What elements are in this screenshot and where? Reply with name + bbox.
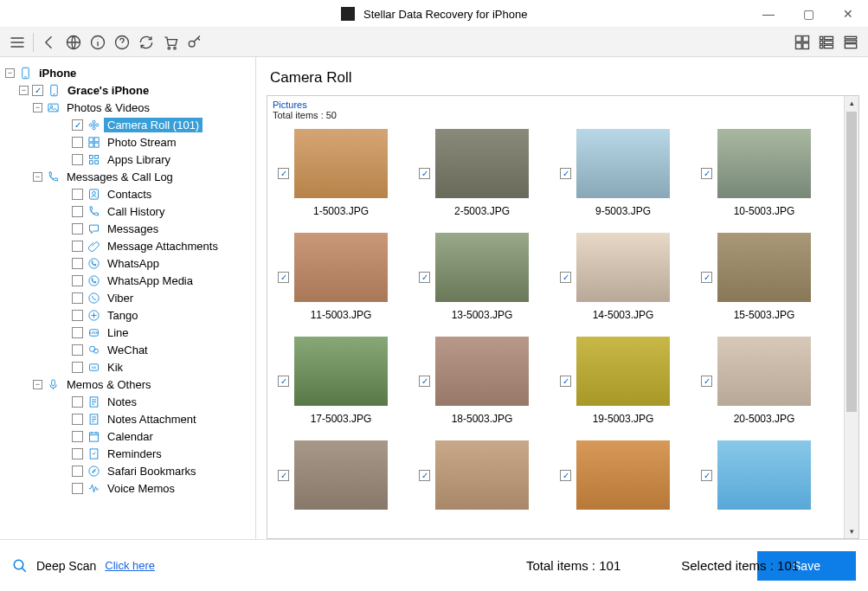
checkbox[interactable] — [72, 362, 83, 373]
file-checkbox[interactable] — [701, 470, 712, 481]
scroll-down-arrow[interactable]: ▾ — [845, 524, 858, 538]
file-cell[interactable]: 18-5003.JPG — [419, 337, 551, 425]
file-checkbox[interactable] — [419, 272, 430, 283]
thumbnail[interactable] — [717, 440, 811, 510]
thumbnail[interactable] — [294, 337, 388, 406]
file-cell[interactable]: 9-5003.JPG — [560, 129, 692, 217]
info-icon[interactable] — [86, 30, 110, 55]
tree-item[interactable]: Voice Memos — [3, 479, 252, 497]
thumbnail[interactable] — [294, 440, 388, 510]
expand-toggle[interactable]: − — [19, 86, 29, 95]
file-cell[interactable]: 19-5003.JPG — [560, 337, 692, 425]
checkbox[interactable] — [72, 431, 83, 442]
file-checkbox[interactable] — [701, 272, 712, 283]
tree-item[interactable]: Reminders — [3, 445, 252, 462]
file-cell[interactable]: 10-5003.JPG — [701, 129, 833, 217]
file-checkbox[interactable] — [419, 470, 430, 481]
file-checkbox[interactable] — [560, 272, 571, 283]
checkbox[interactable] — [72, 344, 83, 356]
checkbox[interactable] — [72, 327, 83, 338]
close-button[interactable]: ✕ — [828, 0, 868, 28]
file-checkbox[interactable] — [701, 376, 712, 387]
checkbox[interactable] — [72, 258, 83, 269]
tree-item[interactable]: Camera Roll (101) — [3, 116, 252, 133]
tree-item[interactable]: Photo Stream — [3, 133, 252, 151]
file-checkbox[interactable] — [701, 168, 712, 179]
file-checkbox[interactable] — [278, 272, 289, 283]
tree-item[interactable]: LINELine — [3, 324, 252, 341]
checkbox[interactable] — [72, 466, 83, 477]
expand-toggle[interactable]: − — [33, 380, 42, 389]
deep-scan-link[interactable]: Click here — [105, 559, 155, 572]
file-cell[interactable]: 20-5003.JPG — [701, 337, 833, 425]
thumbnail[interactable] — [717, 233, 811, 302]
file-cell[interactable] — [278, 440, 410, 510]
checkbox[interactable] — [72, 396, 83, 408]
tree-item[interactable]: kikKik — [3, 358, 252, 376]
checkbox[interactable] — [72, 275, 83, 286]
tree-item[interactable]: Apps Library — [3, 151, 252, 168]
stack-view-icon[interactable] — [839, 30, 863, 55]
tree-item[interactable]: −iPhone — [3, 64, 252, 81]
tree-item[interactable]: Contacts — [3, 185, 252, 202]
checkbox[interactable] — [72, 223, 83, 234]
tree-item[interactable]: −Photos & Videos — [3, 99, 252, 116]
thumbnail[interactable] — [576, 129, 670, 198]
file-checkbox[interactable] — [419, 168, 430, 179]
thumbnail[interactable] — [435, 233, 529, 302]
checkbox[interactable] — [72, 241, 83, 252]
grid-view-icon[interactable] — [790, 30, 814, 55]
checkbox[interactable] — [72, 154, 83, 165]
file-cell[interactable]: 15-5003.JPG — [701, 233, 833, 321]
thumbnail[interactable] — [576, 233, 670, 302]
tree-item[interactable]: Calendar — [3, 427, 252, 445]
tree-item[interactable]: WhatsApp Media — [3, 272, 252, 289]
tree-item[interactable]: −Grace's iPhone — [3, 81, 252, 99]
tree-item[interactable]: −Memos & Others — [3, 376, 252, 393]
file-checkbox[interactable] — [560, 376, 571, 387]
tree-item[interactable]: Safari Bookmarks — [3, 462, 252, 479]
back-icon[interactable] — [37, 30, 61, 55]
expand-toggle[interactable]: − — [33, 103, 42, 112]
checkbox[interactable] — [72, 448, 83, 459]
maximize-button[interactable]: ▢ — [788, 0, 828, 28]
file-checkbox[interactable] — [278, 168, 289, 179]
checkbox[interactable] — [72, 310, 83, 321]
checkbox[interactable] — [72, 483, 83, 494]
thumbnail[interactable] — [294, 129, 388, 198]
thumbnail[interactable] — [435, 440, 529, 510]
key-icon[interactable] — [183, 30, 207, 55]
tree-item[interactable]: −Messages & Call Log — [3, 168, 252, 185]
tree-item[interactable]: Call History — [3, 202, 252, 220]
file-cell[interactable]: 14-5003.JPG — [560, 233, 692, 321]
file-checkbox[interactable] — [278, 376, 289, 387]
file-checkbox[interactable] — [419, 376, 430, 387]
file-cell[interactable] — [560, 440, 692, 510]
tree-item[interactable]: WhatsApp — [3, 254, 252, 272]
thumbnail[interactable] — [435, 337, 529, 406]
checkbox[interactable] — [72, 137, 83, 148]
thumbnail[interactable] — [576, 440, 670, 510]
file-cell[interactable]: 13-5003.JPG — [419, 233, 551, 321]
tree-item[interactable]: Tango — [3, 306, 252, 324]
tree-item[interactable]: Messages — [3, 220, 252, 237]
file-checkbox[interactable] — [560, 470, 571, 481]
tree-item[interactable]: Message Attachments — [3, 237, 252, 254]
scroll-thumb[interactable] — [846, 112, 857, 412]
checkbox[interactable] — [32, 85, 43, 96]
thumbnail[interactable] — [435, 129, 529, 198]
file-cell[interactable]: 11-5003.JPG — [278, 233, 410, 321]
scrollbar[interactable]: ▴ ▾ — [844, 96, 858, 538]
globe-icon[interactable] — [61, 30, 86, 55]
thumbnail[interactable] — [717, 129, 811, 198]
refresh-icon[interactable] — [134, 30, 158, 55]
tree-item[interactable]: Notes — [3, 393, 252, 410]
file-cell[interactable]: 17-5003.JPG — [278, 337, 410, 425]
checkbox[interactable] — [72, 189, 83, 200]
file-cell[interactable]: 1-5003.JPG — [278, 129, 410, 217]
tree-item[interactable]: Viber — [3, 289, 252, 306]
file-cell[interactable] — [419, 440, 551, 510]
file-cell[interactable]: 2-5003.JPG — [419, 129, 551, 217]
tree-item[interactable]: Notes Attachment — [3, 410, 252, 427]
scroll-up-arrow[interactable]: ▴ — [845, 96, 858, 110]
